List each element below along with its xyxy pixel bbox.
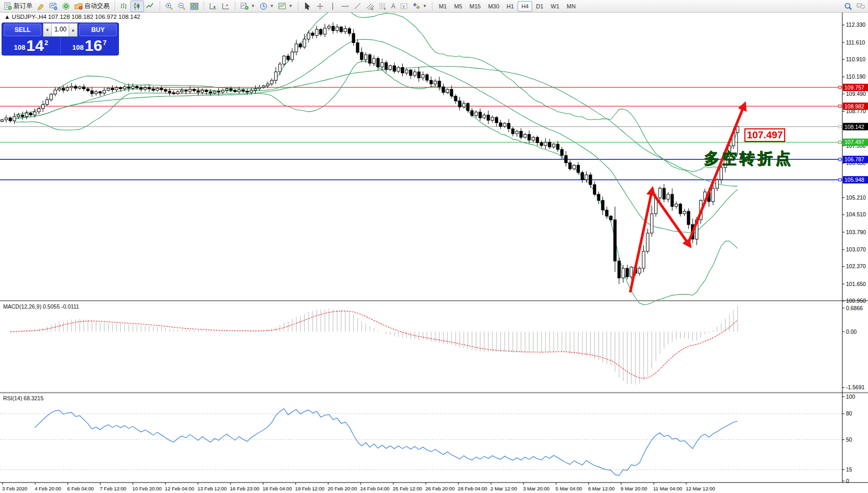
chart-shift-button[interactable] <box>219 1 232 12</box>
svg-text:10 Feb 20:00: 10 Feb 20:00 <box>133 486 162 491</box>
svg-text:3 Mar 20:00: 3 Mar 20:00 <box>523 486 550 491</box>
svg-text:19 Feb 12:00: 19 Feb 12:00 <box>295 486 324 491</box>
bar-chart-button[interactable] <box>118 1 130 12</box>
zoom-out-icon <box>178 2 186 10</box>
volume-decrease-button[interactable]: ▼ <box>43 24 51 36</box>
svg-text:28 Feb 04:00: 28 Feb 04:00 <box>458 486 487 491</box>
annotation-note: 多空转折点 <box>704 150 793 167</box>
buy-price[interactable]: 108 16 7 <box>60 37 119 54</box>
sell-price-sup: 2 <box>45 39 48 47</box>
svg-text:4 Feb 20:00: 4 Feb 20:00 <box>35 486 61 491</box>
svg-text:109.490: 109.490 <box>846 91 866 97</box>
tile-windows-icon <box>190 2 199 10</box>
cursor-icon <box>303 2 312 10</box>
svg-text:107.497: 107.497 <box>844 139 864 145</box>
timeframe-m30[interactable]: M30 <box>485 1 503 12</box>
timeframe-m15[interactable]: M15 <box>466 1 484 12</box>
fibo-glyph: F <box>384 7 386 10</box>
timeframe-m1[interactable]: M1 <box>435 1 451 12</box>
vertical-line-icon <box>328 2 337 10</box>
mt4-window: 新订单 自动交易 <box>0 0 868 493</box>
templates-button[interactable]: ▼ <box>276 1 295 12</box>
fibonacci-button[interactable]: F <box>377 1 389 12</box>
shapes-icon <box>412 2 421 10</box>
horizontal-line-button[interactable] <box>339 1 351 12</box>
timeframe-d1[interactable]: D1 <box>532 1 547 12</box>
label-button[interactable]: T <box>398 1 410 12</box>
dropdown-arrow-icon: ▼ <box>270 4 274 8</box>
svg-text:6 Feb 04:00: 6 Feb 04:00 <box>67 486 94 491</box>
highlight-tool-button[interactable] <box>35 1 47 12</box>
indicators-icon <box>240 2 249 10</box>
new-order-button[interactable]: 新订单 <box>2 1 35 12</box>
timeframe-w1[interactable]: W1 <box>547 1 563 12</box>
zoom-in-icon <box>165 2 173 10</box>
buy-price-sup: 7 <box>103 39 106 47</box>
candlestick-chart-button[interactable] <box>130 1 144 12</box>
svg-text:0: 0 <box>846 478 849 484</box>
svg-text:11 Mar 04:00: 11 Mar 04:00 <box>653 486 682 491</box>
line-chart-button[interactable] <box>144 1 157 12</box>
channel-glyph: E <box>371 7 373 10</box>
auto-trading-button[interactable]: 自动交易 <box>72 1 112 12</box>
candlestick-chart-icon <box>133 2 141 10</box>
svg-text:103.790: 103.790 <box>846 229 866 235</box>
auto-trading-icon <box>74 2 83 10</box>
macd-label: MACD(12,26,9) 0.5055 -0.0111 <box>3 303 79 310</box>
toolbar-separator <box>235 2 236 11</box>
timeframe-mn[interactable]: MN <box>563 1 579 12</box>
svg-text:9 Mar 20:00: 9 Mar 20:00 <box>621 486 647 491</box>
svg-text:2 Mar 12:00: 2 Mar 12:00 <box>490 486 517 491</box>
chart-canvas[interactable]: 107.497多空转折点112.330111.610110.910110.190… <box>0 0 868 493</box>
volume-increase-button[interactable]: ▲ <box>69 24 77 36</box>
new-order-icon <box>4 2 12 10</box>
periods-button[interactable]: ▼ <box>257 1 276 12</box>
shapes-button[interactable]: ▼ <box>410 1 429 12</box>
vertical-line-button[interactable] <box>326 1 339 12</box>
trendline-icon <box>354 2 362 10</box>
buy-price-small: 108 <box>72 43 84 51</box>
chat-icon[interactable] <box>856 2 865 10</box>
toolbar-group-indicators: ▼ ▼ ▼ <box>237 0 296 12</box>
market-watch-button[interactable] <box>47 1 60 12</box>
signal-icon <box>62 2 70 10</box>
svg-text:0.6866: 0.6866 <box>846 305 863 311</box>
svg-text:15: 15 <box>846 466 852 473</box>
zoom-in-button[interactable] <box>163 1 175 12</box>
svg-text:100: 100 <box>846 393 855 400</box>
svg-text:24 Feb 04:00: 24 Feb 04:00 <box>360 486 390 491</box>
crosshair-icon <box>316 2 324 10</box>
toolbar-group-chart-type <box>116 0 158 12</box>
zoom-out-button[interactable] <box>175 1 188 12</box>
svg-text:MACD(12,26,9) 0.5055 -0.0111: MACD(12,26,9) 0.5055 -0.0111 <box>3 303 79 310</box>
timeframe-h1[interactable]: H1 <box>503 1 518 12</box>
svg-text:109.757: 109.757 <box>844 84 864 91</box>
svg-text:0.00: 0.00 <box>846 328 857 335</box>
text-tool-icon: A <box>391 3 395 10</box>
svg-text:20 Feb 20:00: 20 Feb 20:00 <box>328 486 357 491</box>
search-icon[interactable] <box>844 2 852 10</box>
signals-button[interactable] <box>60 1 72 12</box>
svg-text:25 Feb 12:00: 25 Feb 12:00 <box>393 486 422 491</box>
cursor-button[interactable] <box>301 1 314 12</box>
indicators-button[interactable]: ▼ <box>238 1 257 12</box>
sell-button[interactable]: SELL <box>4 24 41 36</box>
chart-title: ▲ USDJPY-,H4 107.128 108.182 106.972 108… <box>4 14 140 20</box>
channel-button[interactable]: E <box>364 1 377 12</box>
svg-text:13 Feb 12:00: 13 Feb 12:00 <box>197 486 227 491</box>
toolbar-separator <box>432 2 433 11</box>
crosshair-button[interactable] <box>314 1 326 12</box>
timeframe-m5[interactable]: M5 <box>451 1 466 12</box>
svg-text:26 Feb 20:00: 26 Feb 20:00 <box>425 486 455 491</box>
auto-scroll-button[interactable] <box>207 1 219 12</box>
toolbar-group-zoom <box>161 0 202 12</box>
buy-button[interactable]: BUY <box>79 24 117 36</box>
volume-field[interactable]: 1.00 <box>51 24 69 36</box>
one-click-trading-panel: SELL ▼ 1.00 ▲ BUY 108 14 2 108 16 7 <box>2 23 118 55</box>
text-button[interactable]: A <box>389 1 398 12</box>
timeframe-h4[interactable]: H4 <box>518 1 532 12</box>
tile-windows-button[interactable] <box>188 1 201 12</box>
sell-price[interactable]: 108 14 2 <box>2 37 60 54</box>
trendline-button[interactable] <box>351 1 364 12</box>
sell-price-big: 14 <box>26 38 43 53</box>
